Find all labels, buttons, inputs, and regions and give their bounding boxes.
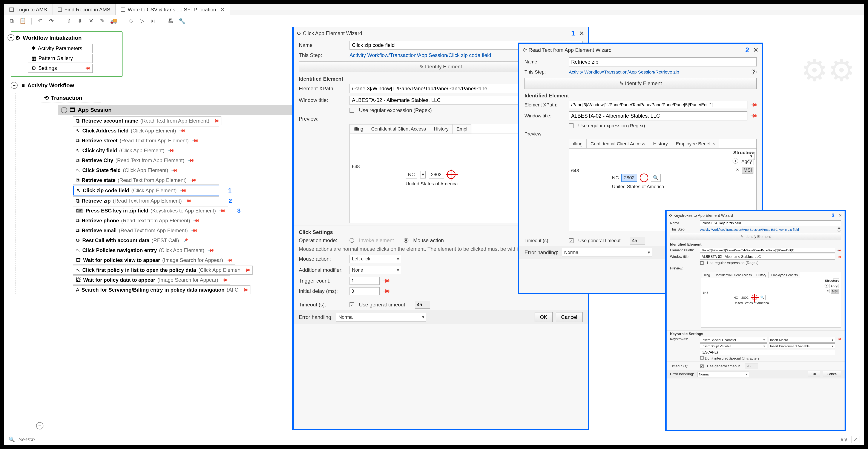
pin-icon[interactable]: 📌 — [837, 248, 842, 253]
pin-icon[interactable]: 📌 — [190, 177, 197, 184]
cancel-button[interactable]: Cancel — [823, 371, 841, 377]
pin-icon[interactable]: 📌 — [226, 257, 234, 264]
invoke-radio[interactable] — [349, 238, 354, 243]
trigger-input[interactable] — [349, 277, 380, 285]
expand-button[interactable]: ⤢ — [851, 436, 859, 443]
redo-button[interactable]: ↷ — [48, 17, 55, 25]
keystrokes-input[interactable] — [700, 350, 835, 355]
workflow-step[interactable]: 🖼 Wait for policies view to appear (Imag… — [73, 256, 235, 265]
delay-input[interactable] — [349, 287, 380, 295]
step-path-link[interactable]: Activity Workflow/Transaction/App Sessio… — [700, 228, 799, 231]
insert-env-select[interactable]: Insert Environment Variable — [769, 343, 836, 349]
identify-button[interactable]: ✎ Identify Element — [670, 233, 841, 240]
app-session-node[interactable]: − 🗔 App Session — [58, 105, 301, 115]
wintitle-input[interactable] — [569, 111, 747, 120]
pin-icon[interactable]: 📌 — [212, 117, 220, 125]
pin-icon[interactable]: 📌 — [179, 127, 186, 134]
workflow-step[interactable]: ⧉ Retrieve email (Read Text from App Ele… — [73, 226, 219, 235]
down-button[interactable]: ⇩ — [76, 17, 84, 25]
preview-dropdown[interactable]: ▾ — [833, 278, 839, 284]
workflow-step[interactable]: ⌨ Press ESC key in zip field (Keystrokes… — [73, 206, 228, 215]
workflow-step[interactable]: ⧉ Retrieve City (Read Text from App Elem… — [73, 156, 219, 165]
collapse-button[interactable]: − — [61, 107, 67, 113]
step-path-link[interactable]: Activity Workflow/Transaction/App Sessio… — [349, 52, 491, 58]
insert-special-select[interactable]: Insert Special Character — [700, 337, 767, 342]
workflow-step[interactable]: ↖ Click Policies navigation entry (Click… — [73, 246, 219, 255]
workflow-step[interactable]: ↖ Click first policiy in list to open th… — [73, 266, 253, 275]
cancel-button[interactable]: Cancel — [556, 312, 583, 322]
insert-script-select[interactable]: Insert Script Variable — [700, 343, 767, 349]
error-select[interactable]: Normal — [336, 313, 426, 322]
pin-icon[interactable]: 📌 — [221, 276, 228, 284]
transaction-node[interactable]: ⟲ Transaction — [41, 93, 101, 103]
workflow-step[interactable]: 🖼 Wait for policy data to appear (Image … — [73, 275, 230, 285]
xpath-input[interactable] — [569, 101, 747, 109]
activity-params-button[interactable]: ✱ Activity Parameters — [28, 44, 93, 53]
regex-checkbox[interactable] — [569, 123, 574, 128]
preview-dropdown[interactable]: ▾ — [748, 152, 755, 160]
step-button[interactable]: ⏯ — [149, 17, 157, 25]
name-input[interactable] — [700, 220, 841, 226]
pin-icon[interactable]: 📌 — [167, 147, 175, 154]
workflow-step[interactable]: ⧉ Retrieve street (Read Text from App El… — [73, 136, 219, 145]
pin-icon[interactable]: 📌 — [193, 217, 200, 224]
regex-checkbox[interactable] — [349, 108, 354, 113]
truck-button[interactable]: 🚚 — [110, 17, 117, 25]
workflow-step[interactable]: A Search for Servicing/Billing entry in … — [73, 286, 250, 294]
wintitle-input[interactable] — [700, 254, 835, 260]
workflow-step[interactable]: ↖ Click zip code field (Click App Elemen… — [73, 186, 219, 196]
timeout-checkbox[interactable]: ✓ — [349, 302, 354, 307]
pin-icon[interactable]: 📌 — [191, 227, 198, 234]
pin-icon[interactable]: 📌 — [171, 167, 179, 174]
pin-icon[interactable]: 📌 — [84, 64, 91, 72]
pin-icon[interactable]: 📌 — [750, 112, 758, 120]
settings-button[interactable]: ⚙ Settings📌 — [28, 64, 93, 73]
pin-icon[interactable]: 📌 — [382, 287, 391, 296]
paste-button[interactable]: 📋 — [19, 17, 27, 25]
name-input[interactable] — [569, 57, 757, 66]
pin-icon[interactable]: 📍 — [182, 237, 189, 244]
pattern-gallery-button[interactable]: ▦ Pattern Gallery — [28, 54, 93, 63]
pin-icon[interactable]: 📌 — [837, 336, 842, 341]
wand-button[interactable]: ✎ — [98, 17, 106, 25]
mouse-action-select[interactable]: Left click — [349, 255, 401, 263]
step-path-link[interactable]: Activity Workflow/Transaction/App Sessio… — [569, 69, 679, 74]
copy-button[interactable]: ⧉ — [8, 17, 16, 25]
error-select[interactable]: Normal — [698, 371, 749, 377]
timeout-checkbox[interactable]: ✓ — [569, 238, 574, 243]
workflow-step[interactable]: ⧉ Retrieve account name (Read Text from … — [73, 116, 221, 125]
pin-icon[interactable]: 📌 — [185, 197, 192, 205]
pin-icon[interactable]: 📌 — [750, 101, 758, 109]
workflow-step[interactable]: ⧉ Retrieve zip (Read Text from App Eleme… — [73, 196, 219, 205]
cancel-x-button[interactable]: ✕ — [87, 17, 95, 25]
search-input[interactable] — [19, 437, 837, 443]
pin-icon[interactable]: 📌 — [180, 187, 187, 194]
diamond-button[interactable]: ◇ — [127, 17, 135, 25]
up-button[interactable]: ⇧ — [65, 17, 73, 25]
workflow-step[interactable]: ⧉ Retrieve state (Read Text from App Ele… — [73, 176, 219, 185]
close-button[interactable]: ✕ — [579, 29, 584, 37]
workflow-step[interactable]: ↖ Click Address field (Click App Element… — [73, 126, 219, 135]
pin-icon[interactable]: 📌 — [382, 276, 391, 285]
dont-interpret-checkbox[interactable] — [700, 356, 704, 360]
pin-icon[interactable]: 📌 — [837, 254, 842, 259]
pin-icon[interactable]: 📌 — [241, 286, 249, 294]
close-button[interactable]: ✕ — [838, 213, 842, 218]
modifier-select[interactable]: None — [349, 266, 401, 274]
workflow-step[interactable]: ↖ Click city field (Click App Element) 📌 — [73, 146, 219, 155]
wrench-button[interactable]: 🔧 — [178, 17, 186, 25]
ok-button[interactable]: OK — [535, 312, 553, 322]
undo-button[interactable]: ↶ — [36, 17, 44, 25]
timeout-checkbox[interactable]: ✓ — [700, 364, 704, 368]
workflow-step[interactable]: ↖ Click State field (Click App Element) … — [73, 166, 219, 175]
close-button[interactable]: ✕ — [753, 46, 758, 54]
insert-macro-select[interactable]: Insert Macro — [769, 337, 836, 342]
up-down-icon[interactable]: ∧∨ — [840, 437, 848, 443]
tab-find[interactable]: Find Record in AMS — [53, 4, 116, 15]
node-collapse-button[interactable]: − — [36, 422, 43, 429]
help-button[interactable]: ? — [837, 227, 841, 232]
help-button[interactable]: ? — [751, 69, 757, 75]
tab-login[interactable]: Login to AMS — [4, 4, 53, 15]
collapse-button[interactable]: − — [11, 82, 18, 89]
tab-csv[interactable]: Write to CSV & trans...o SFTP location✕ — [116, 4, 230, 15]
